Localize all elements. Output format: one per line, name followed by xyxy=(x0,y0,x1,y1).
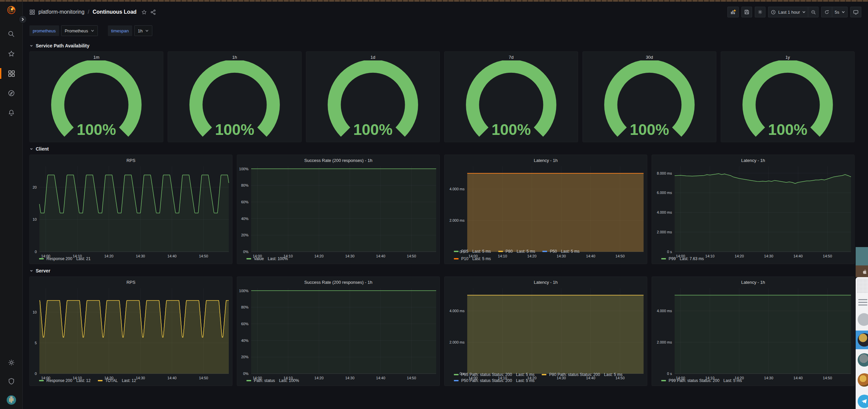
star-icon[interactable] xyxy=(141,9,147,15)
section-header-client[interactable]: Client xyxy=(29,146,855,152)
svg-text:5: 5 xyxy=(35,341,37,345)
panel-gauge-7d: 7d 100% xyxy=(444,52,578,142)
starred-icon[interactable] xyxy=(0,50,22,58)
add-panel-button[interactable] xyxy=(727,7,739,18)
chart-canvas[interactable]: 0%20%40%60%80%100%14:0014:1014:2014:3014… xyxy=(237,164,439,256)
foreign-menubar xyxy=(856,265,868,277)
chart-canvas[interactable]: 0 s2.000 ms4.000 ms14:0014:1014:2014:301… xyxy=(652,285,854,378)
chart-canvas[interactable]: 0 s2.000 ms4.000 ms6.000 ms8.000 ms14:00… xyxy=(652,164,854,256)
panel-title[interactable]: Latency - 1h xyxy=(444,277,647,285)
panel-title[interactable]: 1d xyxy=(306,52,439,60)
svg-text:4.000 ms: 4.000 ms xyxy=(657,210,672,214)
legend-item[interactable]: Response 200Last: 21 xyxy=(39,256,91,261)
foreign-avatar[interactable] xyxy=(858,353,868,367)
panel-title[interactable]: RPS xyxy=(30,155,232,164)
tv-mode-button[interactable] xyxy=(850,7,861,18)
zoom-out-time-button[interactable] xyxy=(808,7,818,18)
legend-swatch xyxy=(498,251,503,252)
panel-title[interactable]: Success Rate (200 responses) - 1h xyxy=(237,277,439,285)
search-icon[interactable] xyxy=(0,30,22,38)
svg-text:100%: 100% xyxy=(492,121,531,138)
breadcrumb-folder[interactable]: platform-monitoring xyxy=(38,9,85,15)
save-dashboard-button[interactable] xyxy=(741,7,752,18)
svg-text:100%: 100% xyxy=(768,121,808,138)
legend-item[interactable]: P50 Path: status Status: 200Last: 5 ms xyxy=(454,378,534,383)
legend-item[interactable]: Response 200Last: 12 xyxy=(39,378,91,383)
nav-sidebar xyxy=(0,2,23,409)
legend-item[interactable]: TOTALLast: 12 xyxy=(98,378,136,383)
user-avatar[interactable] xyxy=(0,396,22,404)
panel-title[interactable]: RPS xyxy=(30,277,232,285)
chart-canvas[interactable]: 0 s2.000 ms4.000 ms14:0014:1014:2014:301… xyxy=(444,164,647,248)
time-range-picker[interactable]: Last 1 hour xyxy=(768,7,808,18)
panel-title[interactable]: Latency - 1h xyxy=(652,277,854,285)
legend-item[interactable]: P99 Path: status Status: 200Last: 5 ms xyxy=(661,378,742,383)
panel-server-latency-p99: Latency - 1h 0 s2.000 ms4.000 ms14:0014:… xyxy=(652,277,855,386)
chart-legend: Path: statusLast: 100% xyxy=(237,378,439,386)
legend-last-value: Last: 5 ms xyxy=(472,249,491,254)
chart-canvas[interactable]: 0102014:0014:1014:2014:3014:4014:50 xyxy=(30,164,232,256)
svg-text:100%: 100% xyxy=(353,121,393,138)
legend-item[interactable]: P99Last: 7.63 ms xyxy=(661,256,704,261)
breadcrumb-dashboard-title[interactable]: Continuous Load xyxy=(93,9,136,15)
chart-canvas[interactable]: 0%20%40%60%80%100%14:0014:1014:2014:3014… xyxy=(237,285,439,378)
shield-icon[interactable] xyxy=(0,377,22,386)
panel-title[interactable]: 30d xyxy=(583,52,716,60)
legend-item[interactable]: P80Last: 5 ms xyxy=(498,249,535,254)
variable-value-prometheus[interactable]: Prometheus xyxy=(61,25,98,36)
legend-series-name: P50 xyxy=(550,249,557,254)
panel-title[interactable]: Success Rate (200 responses) - 1h xyxy=(237,155,439,164)
sidebar-expand-button[interactable] xyxy=(19,15,27,23)
grafana-logo[interactable] xyxy=(6,4,17,16)
panel-title[interactable]: 7d xyxy=(444,52,578,60)
legend-item[interactable]: P80 Path: status Status: 200Last: 5 ms xyxy=(542,372,622,377)
telegram-logo-icon[interactable] xyxy=(858,395,868,408)
main-area: platform-monitoring / Continuous Load xyxy=(23,2,868,409)
legend-item[interactable]: ValueLast: 100% xyxy=(246,256,288,261)
settings-icon[interactable] xyxy=(0,358,22,367)
panel-title[interactable]: 1m xyxy=(30,52,163,60)
refresh-interval-picker[interactable]: 5s xyxy=(832,7,848,18)
panel-title[interactable]: Latency - 1h xyxy=(444,155,647,164)
dashboard-settings-button[interactable] xyxy=(755,7,766,18)
legend-swatch xyxy=(454,258,459,259)
legend-series-name: TOTAL xyxy=(105,378,118,383)
foreign-window-strip[interactable] xyxy=(856,247,868,409)
panel-title[interactable]: 1y xyxy=(721,52,854,60)
panel-title[interactable]: 1h xyxy=(168,52,301,60)
refresh-button[interactable] xyxy=(821,7,832,18)
legend-last-value: Last: 100% xyxy=(279,378,299,383)
foreign-avatar[interactable] xyxy=(858,373,868,387)
variable-label-timespan[interactable]: timespan xyxy=(108,25,132,36)
legend-item[interactable]: P95Last: 5 ms xyxy=(454,249,491,254)
share-icon[interactable] xyxy=(150,9,156,15)
svg-text:100%: 100% xyxy=(239,167,248,171)
dashboards-icon[interactable] xyxy=(0,69,22,78)
explore-icon[interactable] xyxy=(0,89,22,97)
section-header-server[interactable]: Server xyxy=(29,268,855,274)
svg-text:80%: 80% xyxy=(241,183,248,187)
section-header-availability[interactable]: Service Path Availability xyxy=(29,43,855,49)
chart-canvas[interactable]: 0 s2.000 ms4.000 ms14:0014:1014:2014:301… xyxy=(444,285,647,372)
legend-last-value: Last: 5 ms xyxy=(723,378,742,383)
variable-label-prometheus[interactable]: prometheus xyxy=(29,25,59,36)
panel-title[interactable]: Latency - 1h xyxy=(652,155,854,164)
dashboard-header: platform-monitoring / Continuous Load xyxy=(23,2,868,22)
chart-legend: ValueLast: 100% xyxy=(237,256,439,264)
legend-item[interactable]: P50Last: 5 ms xyxy=(542,249,580,254)
legend-series-name: P95 Path: status Status: 200 xyxy=(461,372,512,377)
variable-value-timespan[interactable]: 1h xyxy=(134,25,152,36)
legend-series-name: P80 Path: status Status: 200 xyxy=(549,372,600,377)
chart-legend: Response 200Last: 21 xyxy=(30,256,232,264)
svg-text:100%: 100% xyxy=(630,121,669,138)
foreign-avatar-muted[interactable] xyxy=(858,313,868,326)
legend-item[interactable]: P95 Path: status Status: 200Last: 5 ms xyxy=(454,372,534,377)
chart-canvas[interactable]: 051014:0014:1014:2014:3014:4014:50 xyxy=(30,285,232,378)
menu-icon[interactable] xyxy=(858,299,867,307)
alerting-icon[interactable] xyxy=(0,108,22,117)
legend-item[interactable]: Path: statusLast: 100% xyxy=(246,378,299,383)
legend-last-value: Last: 5 ms xyxy=(516,378,534,383)
legend-item[interactable]: P10Last: 5 ms xyxy=(454,256,491,261)
svg-text:100%: 100% xyxy=(215,121,254,138)
svg-text:60%: 60% xyxy=(241,200,248,204)
